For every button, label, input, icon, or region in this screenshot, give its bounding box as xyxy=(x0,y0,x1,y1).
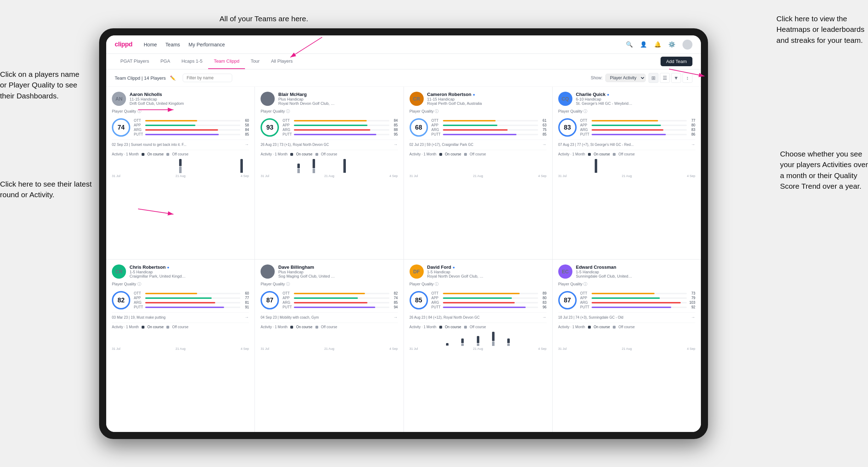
add-team-button[interactable]: Add Team xyxy=(661,57,692,66)
player-info: Aaron Nicholls 11-15 Handicap Drift Golf… xyxy=(130,92,249,106)
player-avatar[interactable]: BM xyxy=(261,92,275,106)
quality-score[interactable]: 82 xyxy=(112,291,130,309)
player-header: CR Chris Robertson● 1-5 Handicap Craigmi… xyxy=(112,264,249,279)
activity-chart xyxy=(112,158,249,173)
verified-icon: ● xyxy=(607,92,610,97)
player-club: Royal Perth Golf Club, Australia xyxy=(427,101,484,106)
bell-icon[interactable]: 🔔 xyxy=(654,41,661,48)
player-header: EC Edward Crossman 1-5 Handicap Sunningd… xyxy=(558,264,695,279)
on-course-legend xyxy=(439,326,442,329)
search-icon[interactable]: 🔍 xyxy=(626,41,633,48)
latest-round[interactable]: 02 Sep 23 | Sunset round to get back int… xyxy=(112,139,249,147)
view-icons: ⊞ ☰ ▼ ↕ xyxy=(649,73,692,83)
filter-button[interactable]: ▼ xyxy=(671,73,681,83)
team-show: Show: Player Activity ⊞ ☰ ▼ ↕ xyxy=(591,73,692,83)
avatar-icon[interactable] xyxy=(683,40,692,50)
player-name[interactable]: Chris Robertson● xyxy=(130,264,249,270)
tab-team-clippd[interactable]: Team Clippd xyxy=(208,54,245,69)
latest-round-arrow: → xyxy=(691,315,695,320)
activity-section: Activity · 1 Month On course Off course xyxy=(261,323,398,351)
latest-round-arrow: → xyxy=(542,315,547,320)
nav-home[interactable]: Home xyxy=(144,40,157,49)
activity-chart xyxy=(261,330,398,346)
player-card: DB Dave Billingham Plus Handicap Sog Mag… xyxy=(255,260,403,432)
edit-icon[interactable]: ✏️ xyxy=(170,75,176,81)
player-club: Craigmillar Park, United Kingdom xyxy=(130,274,186,278)
nav-my-performance[interactable]: My Performance xyxy=(189,40,225,49)
quality-score[interactable]: 74 xyxy=(112,118,130,137)
activity-section: Activity · 1 Month On course Off course xyxy=(410,323,547,351)
player-avatar[interactable]: CR xyxy=(112,264,126,279)
off-course-legend xyxy=(166,153,169,156)
latest-round[interactable]: 26 Aug 23 | 84 (+12), Royal North Devon … xyxy=(410,312,547,320)
latest-round[interactable]: 03 Mar 23 | 19, Must make putting → xyxy=(112,312,249,320)
latest-round[interactable]: 18 Jul 23 | 74 (+3), Sunningdale GC - Ol… xyxy=(558,312,695,320)
sort-button[interactable]: ↕ xyxy=(683,73,692,83)
player-name[interactable]: David Ford● xyxy=(427,264,547,270)
player-name[interactable]: Blair McHarg xyxy=(278,92,398,97)
stats-grid: OTT 89 APP 80 ARG 83 PUTT 96 xyxy=(432,291,547,309)
quality-score[interactable]: 87 xyxy=(261,291,279,309)
tab-all-players[interactable]: All Players xyxy=(265,54,298,69)
latest-round[interactable]: 02 Jul 23 | 59 (+17), Craigmillar Park G… xyxy=(410,139,547,147)
player-name[interactable]: Dave Billingham xyxy=(278,264,398,270)
player-header: BM Blair McHarg Plus Handicap Royal Nort… xyxy=(261,92,398,106)
latest-round-text: 18 Jul 23 | 74 (+3), Sunningdale GC - Ol… xyxy=(558,315,623,319)
stat-row-arg: ARG 88 xyxy=(282,128,398,132)
player-avatar[interactable]: EC xyxy=(558,264,572,279)
player-card: DF David Ford● 1-5 Handicap Royal North … xyxy=(404,260,552,432)
chart-labels: 31 Jul 21 Aug 4 Sep xyxy=(261,174,398,178)
tab-hcaps[interactable]: Hcaps 1-5 xyxy=(176,54,208,69)
player-avatar[interactable]: DB xyxy=(261,264,275,279)
player-handicap: 1-5 Handicap xyxy=(576,270,695,274)
grid-view-button[interactable]: ⊞ xyxy=(649,73,658,83)
player-avatar[interactable]: DF xyxy=(410,264,424,279)
on-course-legend xyxy=(290,153,293,156)
latest-round-arrow: → xyxy=(542,142,547,147)
quality-score[interactable]: 87 xyxy=(558,291,577,309)
stat-row-app: APP 77 xyxy=(134,296,249,300)
player-card: BM Blair McHarg Plus Handicap Royal Nort… xyxy=(255,87,403,259)
activity-header: Activity · 1 Month On course Off course xyxy=(112,325,249,329)
list-view-button[interactable]: ☰ xyxy=(660,73,670,83)
player-card: CQ Charlie Quick● 6-10 Handicap St. Geor… xyxy=(553,87,701,259)
stat-row-app: APP 79 xyxy=(580,296,695,300)
latest-round[interactable]: 07 Aug 23 | 77 (+7), St George's Hill GC… xyxy=(558,139,695,147)
stat-row-putt: PUTT 94 xyxy=(282,305,398,309)
show-select[interactable]: Player Activity xyxy=(605,74,646,82)
player-avatar[interactable]: AN xyxy=(112,92,126,106)
player-name[interactable]: Aaron Nicholls xyxy=(130,92,249,97)
quality-score[interactable]: 68 xyxy=(410,118,428,137)
quality-section: 74 OTT 60 APP 58 ARG 84 PUTT xyxy=(112,118,249,137)
quality-score[interactable]: 83 xyxy=(558,118,577,137)
team-search-input[interactable] xyxy=(183,74,232,82)
stat-row-putt: PUTT 86 xyxy=(580,132,695,136)
quality-score[interactable]: 93 xyxy=(261,118,279,137)
chart-labels: 31 Jul 21 Aug 4 Sep xyxy=(410,174,547,178)
settings-icon[interactable]: ⚙️ xyxy=(668,41,675,48)
quality-section: 68 OTT 61 APP 63 ARG 75 PUTT xyxy=(410,118,547,137)
player-name[interactable]: Cameron Robertson● xyxy=(427,92,547,97)
player-card: EC Edward Crossman 1-5 Handicap Sunningd… xyxy=(553,260,701,432)
off-course-legend xyxy=(464,153,467,156)
tab-pga[interactable]: PGA xyxy=(155,54,176,69)
player-avatar[interactable]: CR xyxy=(410,92,424,106)
activity-section: Activity · 1 Month On course Off course xyxy=(558,323,695,351)
stat-row-arg: ARG 83 xyxy=(432,301,547,304)
quality-score[interactable]: 85 xyxy=(410,291,428,309)
player-name[interactable]: Charlie Quick● xyxy=(576,92,695,97)
latest-round[interactable]: 04 Sep 23 | Mobility with coach, Gym → xyxy=(261,312,398,320)
player-avatar[interactable]: CQ xyxy=(558,92,572,106)
nav-teams[interactable]: Teams xyxy=(165,40,180,49)
team-title: Team Clippd | 14 Players xyxy=(115,75,166,81)
player-name[interactable]: Edward Crossman xyxy=(576,264,695,270)
callout-player-name: Click on a players nameor Player Quality… xyxy=(0,69,79,101)
tab-pgat-players[interactable]: PGAT Players xyxy=(115,54,155,69)
latest-round[interactable]: 26 Aug 23 | 73 (+1), Royal North Devon G… xyxy=(261,139,398,147)
player-handicap: 6-10 Handicap xyxy=(576,97,695,101)
player-header: AN Aaron Nicholls 11-15 Handicap Drift G… xyxy=(112,92,249,106)
user-icon[interactable]: 👤 xyxy=(640,41,647,48)
stat-row-arg: ARG 81 xyxy=(134,301,249,304)
activity-chart xyxy=(558,330,695,346)
tab-tour[interactable]: Tour xyxy=(245,54,265,69)
